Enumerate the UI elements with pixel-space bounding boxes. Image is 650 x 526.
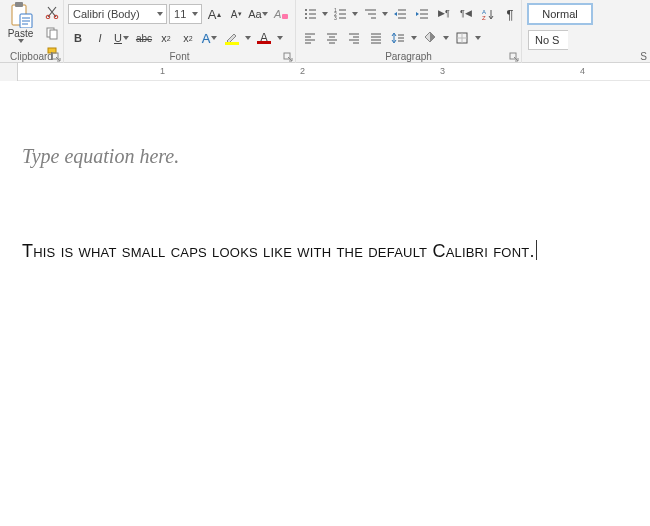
chevron-down-icon [156,12,164,16]
chevron-down-icon[interactable] [244,36,252,40]
smallcaps-sample-text[interactable]: This is what small caps looks like with … [22,240,628,262]
clear-formatting-button[interactable]: A [271,4,291,24]
equation-placeholder[interactable]: Type equation here. [22,145,628,168]
paragraph-group-label: Paragraph [296,50,521,63]
style-no-spacing[interactable]: No S [528,30,568,50]
underline-button[interactable]: U [112,28,132,48]
highlight-color-button[interactable] [222,28,242,48]
text-effects-label: A [202,31,211,46]
font-group: Calibri (Body) 11 A▴ A▾ Aa A B I U abc x… [64,0,296,63]
ribbon: Paste Clipboard Calibri (Body) 11 A▴ A▾ … [0,0,650,63]
change-case-label: Aa [248,8,261,20]
shading-button[interactable] [420,28,440,48]
ltr-direction-button[interactable]: ▶¶ [434,4,454,24]
paragraph-group: 123 ▶¶ ¶◀ AZ ¶ Paragraph [296,0,522,63]
font-color-button[interactable]: A [254,28,274,48]
grow-font-button[interactable]: A▴ [204,4,224,24]
strikethrough-button[interactable]: abc [134,28,154,48]
svg-text:A: A [273,8,281,20]
ruler-mark: 1 [160,66,165,76]
rtl-direction-button[interactable]: ¶◀ [456,4,476,24]
font-color-swatch [257,41,271,44]
paragraph-dialog-launcher-icon[interactable] [509,52,519,62]
paste-dropdown-icon[interactable] [17,39,25,43]
smallcaps-text-content: This is what small caps looks like with … [22,241,535,261]
align-left-button[interactable] [300,28,320,48]
decrease-indent-button[interactable] [390,4,410,24]
copy-button[interactable] [42,23,62,43]
chevron-down-icon[interactable] [276,36,284,40]
text-cursor [536,240,537,260]
highlight-color-swatch [225,42,239,45]
svg-rect-9 [50,30,57,39]
paste-label: Paste [8,28,34,39]
styles-group: Normal No S S [522,0,650,63]
font-dialog-launcher-icon[interactable] [283,52,293,62]
cut-button[interactable] [42,2,62,22]
paste-button[interactable]: Paste [2,2,40,43]
font-name-value: Calibri (Body) [73,8,140,20]
svg-text:3: 3 [334,15,337,21]
chevron-down-icon [210,36,218,40]
svg-text:¶◀: ¶◀ [460,8,472,18]
italic-button[interactable]: I [90,28,110,48]
sort-button[interactable]: AZ [478,4,498,24]
svg-point-16 [305,9,307,11]
horizontal-ruler[interactable]: 1 2 3 4 [0,63,650,81]
svg-point-18 [305,13,307,15]
justify-button[interactable] [366,28,386,48]
clipboard-group: Paste Clipboard [0,0,64,63]
svg-rect-14 [282,14,288,19]
font-size-value: 11 [174,8,186,20]
svg-rect-1 [15,2,23,7]
subscript-button[interactable]: x2 [156,28,176,48]
chevron-down-icon [262,12,269,16]
chevron-down-icon[interactable] [382,12,388,16]
document-page[interactable]: Type equation here. This is what small c… [0,81,650,262]
borders-button[interactable] [452,28,472,48]
clipboard-dialog-launcher-icon[interactable] [51,52,61,62]
style-normal[interactable]: Normal [528,4,592,24]
line-spacing-button[interactable] [388,28,408,48]
align-center-button[interactable] [322,28,342,48]
font-size-combo[interactable]: 11 [169,4,202,24]
numbering-button[interactable]: 123 [330,4,350,24]
font-group-label: Font [64,50,295,63]
chevron-down-icon [191,12,199,16]
chevron-down-icon[interactable] [442,36,450,40]
change-case-button[interactable]: Aa [248,4,269,24]
chevron-down-icon [122,36,130,40]
shrink-font-button[interactable]: A▾ [226,4,246,24]
svg-text:Z: Z [482,15,486,21]
bold-button[interactable]: B [68,28,88,48]
chevron-down-icon[interactable] [322,12,328,16]
ruler-mark: 2 [300,66,305,76]
ruler-mark: 4 [580,66,585,76]
chevron-down-icon[interactable] [474,36,482,40]
align-right-button[interactable] [344,28,364,48]
styles-group-label: S [522,50,650,63]
font-name-combo[interactable]: Calibri (Body) [68,4,167,24]
multilevel-list-button[interactable] [360,4,380,24]
chevron-down-icon[interactable] [410,36,418,40]
svg-point-20 [305,17,307,19]
superscript-button[interactable]: x2 [178,28,198,48]
tab-selector[interactable] [0,63,18,81]
svg-text:▶¶: ▶¶ [438,8,450,18]
increase-indent-button[interactable] [412,4,432,24]
show-hide-marks-button[interactable]: ¶ [500,4,520,24]
chevron-down-icon[interactable] [352,12,358,16]
bullets-button[interactable] [300,4,320,24]
text-effects-button[interactable]: A [200,28,220,48]
underline-label: U [114,32,122,44]
ruler-mark: 3 [440,66,445,76]
